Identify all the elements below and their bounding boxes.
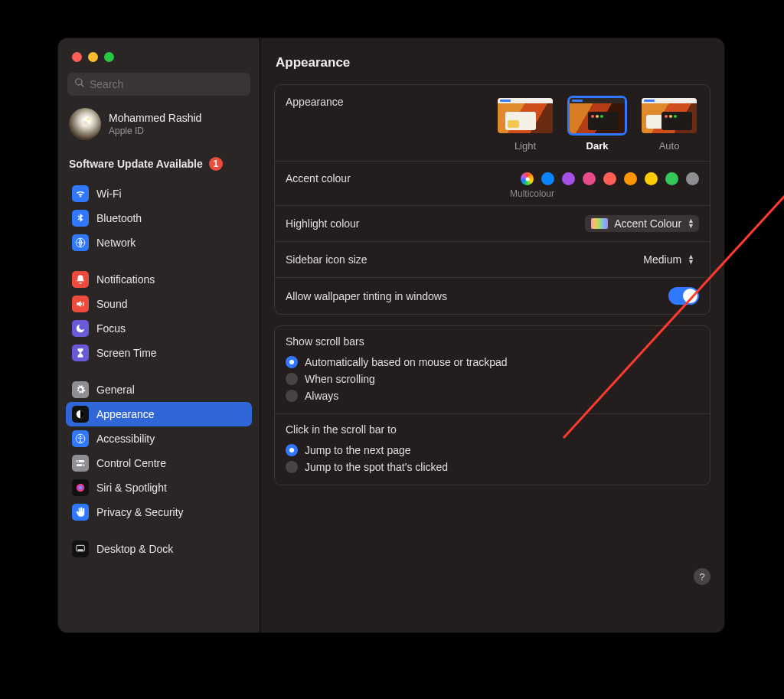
avatar: [69, 108, 101, 140]
sidebar-item-wifi[interactable]: Wi-Fi: [66, 181, 252, 206]
sidebar-item-label: General: [96, 384, 135, 396]
help-button[interactable]: ?: [694, 568, 710, 585]
sidebar-item-privacy[interactable]: Privacy & Security: [66, 500, 252, 524]
sidebar-item-label: Desktop & Dock: [96, 543, 173, 555]
sidebar-item-label: Focus: [96, 322, 126, 335]
theme-option-dark[interactable]: Dark: [567, 96, 627, 152]
wallpaper-tint-label: Allow wallpaper tinting in windows: [286, 290, 668, 302]
screentime-icon: [72, 345, 89, 361]
fullscreen-window-button[interactable]: [104, 52, 114, 62]
sidebar-item-general[interactable]: General: [66, 377, 252, 402]
accent-pink[interactable]: [583, 172, 596, 185]
svg-point-6: [82, 464, 83, 465]
sidebar-item-label: Accessibility: [96, 433, 155, 445]
sidebar: Mohammed Rashid Apple ID Software Update…: [58, 38, 260, 632]
radio-icon: [286, 356, 298, 368]
accent-green[interactable]: [665, 172, 678, 185]
accessibility-icon: [72, 430, 89, 447]
sidebar-item-label: Control Centre: [96, 457, 166, 469]
sidebar-item-network[interactable]: Network: [66, 230, 252, 255]
accent-blue[interactable]: [541, 172, 554, 185]
notifications-icon: [72, 271, 89, 288]
sidebar-item-desktop[interactable]: Desktop & Dock: [66, 537, 252, 561]
highlight-colour-select[interactable]: Accent Colour ▲▼: [585, 215, 699, 232]
accent-sublabel: Multicolour: [510, 188, 554, 199]
accent-graphite[interactable]: [686, 172, 699, 185]
minimize-window-button[interactable]: [88, 52, 98, 62]
bluetooth-icon: [72, 210, 89, 227]
radio-icon: [286, 461, 298, 473]
theme-option-light[interactable]: Light: [495, 96, 555, 152]
sidebar-item-label: Siri & Spotlight: [96, 482, 167, 494]
sidebar-nav: Wi-FiBluetoothNetworkNotificationsSoundF…: [58, 181, 260, 573]
software-update-label: Software Update Available: [69, 158, 203, 170]
sidebar-item-controlcentre[interactable]: Control Centre: [66, 451, 252, 475]
radio-label: Always: [305, 390, 338, 402]
chevron-updown-icon: ▲▼: [688, 254, 694, 265]
scrollbar-click-option-0[interactable]: Jump to the next page: [286, 442, 699, 459]
sidebar-icon-size-label: Sidebar icon size: [286, 253, 637, 266]
accent-orange[interactable]: [624, 172, 637, 185]
close-window-button[interactable]: [72, 52, 82, 62]
content-pane: Appearance Appearance LightDarkAuto Acce…: [260, 38, 724, 632]
theme-thumb-auto: [639, 96, 699, 136]
sidebar-item-siri[interactable]: Siri & Spotlight: [66, 475, 252, 500]
svg-point-5: [77, 460, 79, 462]
search-input[interactable]: [90, 78, 243, 90]
svg-point-2: [80, 436, 81, 437]
radio-label: Automatically based on mouse or trackpad: [305, 356, 508, 368]
sidebar-icon-size-value: Medium: [643, 253, 681, 266]
settings-window: Mohammed Rashid Apple ID Software Update…: [58, 38, 724, 632]
appearance-panel: Appearance LightDarkAuto Accent colour M…: [274, 84, 710, 315]
radio-label: Jump to the spot that's clicked: [305, 461, 448, 473]
sidebar-item-label: Network: [96, 237, 136, 249]
page-title: Appearance: [276, 55, 710, 70]
sidebar-item-accessibility[interactable]: Accessibility: [66, 426, 252, 451]
sidebar-item-screentime[interactable]: Screen Time: [66, 341, 252, 365]
sidebar-item-label: Appearance: [96, 408, 155, 420]
sidebar-item-notifications[interactable]: Notifications: [66, 267, 252, 292]
show-scrollbars-title: Show scroll bars: [286, 335, 699, 348]
accent-red[interactable]: [603, 172, 616, 185]
sidebar-item-label: Privacy & Security: [96, 506, 184, 518]
accent-purple[interactable]: [562, 172, 575, 185]
sidebar-icon-size-select[interactable]: Medium ▲▼: [637, 251, 699, 268]
window-controls: [58, 38, 260, 73]
svg-point-7: [77, 484, 85, 492]
wifi-icon: [72, 185, 89, 202]
scrollbar-show-option-0[interactable]: Automatically based on mouse or trackpad: [286, 354, 699, 371]
highlight-swatch-icon: [591, 218, 608, 229]
appearance-label: Appearance: [286, 96, 495, 108]
theme-options: LightDarkAuto: [495, 96, 699, 152]
theme-option-auto[interactable]: Auto: [639, 96, 699, 152]
user-sub: Apple ID: [109, 126, 201, 136]
scrollbar-show-option-2[interactable]: Always: [286, 387, 699, 404]
appearance-icon: [72, 406, 89, 423]
theme-label: Light: [495, 140, 555, 152]
scrollbar-click-option-1[interactable]: Jump to the spot that's clicked: [286, 459, 699, 475]
sidebar-item-appearance[interactable]: Appearance: [66, 402, 252, 426]
radio-icon: [286, 444, 298, 456]
theme-label: Auto: [639, 140, 699, 152]
apple-id-row[interactable]: Mohammed Rashid Apple ID: [58, 106, 260, 152]
highlight-colour-value: Accent Colour: [614, 217, 681, 230]
scrollbars-panel: Show scroll bars Automatically based on …: [274, 325, 710, 485]
wallpaper-tint-toggle[interactable]: [668, 287, 699, 305]
user-name: Mohammed Rashid: [109, 112, 201, 124]
accent-multicolour[interactable]: [521, 172, 534, 185]
chevron-updown-icon: ▲▼: [688, 218, 694, 229]
controlcentre-icon: [72, 455, 89, 472]
accent-yellow[interactable]: [645, 172, 658, 185]
svg-rect-9: [78, 550, 83, 551]
scrollbar-show-option-1[interactable]: When scrolling: [286, 371, 699, 387]
sidebar-item-label: Screen Time: [96, 347, 157, 359]
sidebar-item-bluetooth[interactable]: Bluetooth: [66, 206, 252, 230]
radio-icon: [286, 373, 298, 385]
sidebar-item-focus[interactable]: Focus: [66, 316, 252, 341]
search-field[interactable]: [67, 73, 250, 96]
radio-label: When scrolling: [305, 373, 375, 385]
network-icon: [72, 234, 89, 251]
privacy-icon: [72, 504, 89, 521]
software-update-row[interactable]: Software Update Available 1: [58, 152, 260, 181]
sidebar-item-sound[interactable]: Sound: [66, 292, 252, 316]
